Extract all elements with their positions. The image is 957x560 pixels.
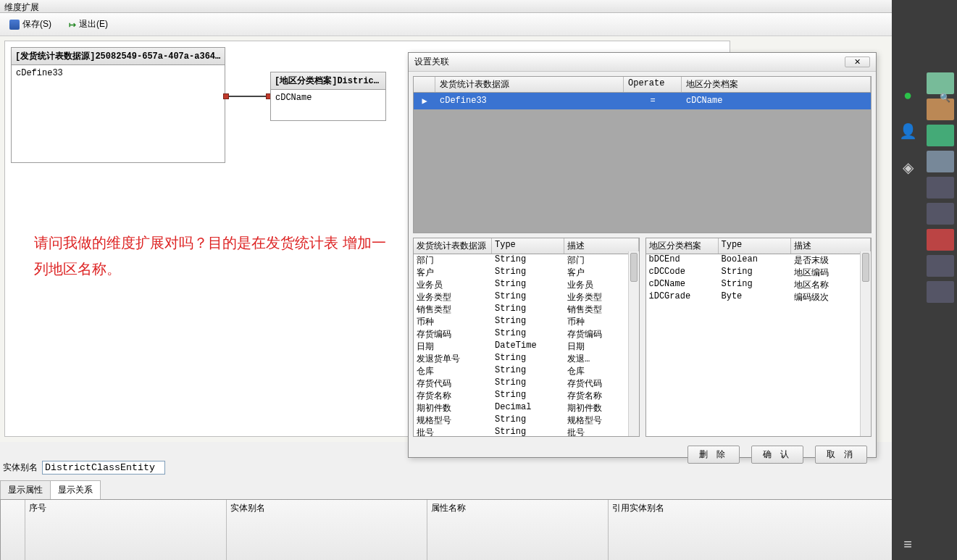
list-item[interactable]: 业务类型String业务类型 (414, 291, 639, 304)
save-button[interactable]: 保存(S) (4, 16, 57, 33)
list-item[interactable]: 仓库String仓库 (414, 365, 639, 377)
connector-line (229, 96, 268, 97)
list-item[interactable]: 规格型号String规格型号 (414, 414, 639, 427)
window-title: 维度扩展 (0, 0, 957, 13)
list-item[interactable]: 部门String部门 (414, 254, 639, 267)
list-item[interactable]: bDCEndBoolean是否末级 (646, 254, 872, 267)
list-item[interactable]: 日期DateTime日期 (414, 340, 639, 353)
list-item[interactable]: 销售类型String销售类型 (414, 304, 639, 316)
relation-grid-header: 发货统计表数据源 Operate 地区分类档案 (414, 77, 871, 93)
close-button[interactable]: ✕ (845, 57, 870, 67)
disk-icon (9, 20, 20, 30)
toolbar: 保存(S) ↦ 退出(E) (0, 13, 957, 36)
dialog-title: 设置关联 (414, 56, 449, 68)
entity-source-field[interactable]: cDefine33 (12, 65, 225, 81)
list-item[interactable]: 业务员String业务员 (414, 279, 639, 291)
thumbnail-strip[interactable] (924, 0, 957, 442)
connector-start[interactable] (223, 93, 229, 99)
list-item[interactable]: 存货代码String存货代码 (414, 377, 639, 390)
relation-dialog: 设置关联 ✕ 发货统计表数据源 Operate 地区分类档案 ▶ cDefine… (408, 52, 877, 442)
left-scrollbar[interactable] (628, 251, 639, 436)
entity-source-title: [发货统计表数据源]25082549-657a-407a-a364-40… (12, 48, 225, 65)
relation-grid-row[interactable]: ▶ cDefine33 = cDCName (414, 93, 871, 109)
exit-icon: ↦ (69, 20, 76, 30)
list-item[interactable]: 客户String客户 (414, 267, 639, 279)
list-item[interactable]: cDCCodeString地区编码 (646, 267, 872, 279)
app-dock: ● 👤 ◈ ≡ 🔍 (892, 0, 957, 442)
relation-grid-empty[interactable] (414, 109, 871, 233)
right-scrollbar[interactable] (860, 251, 871, 436)
cube-icon[interactable]: ◈ (903, 159, 914, 176)
list-item[interactable]: iDCGradeByte编码级次 (646, 291, 872, 304)
dialog-titlebar[interactable]: 设置关联 ✕ (409, 53, 876, 72)
search-icon[interactable]: 🔍 (940, 93, 953, 106)
right-columns-list[interactable]: bDCEndBoolean是否末级cDCCodeString地区编码cDCNam… (646, 254, 872, 437)
entity-source[interactable]: [发货统计表数据源]25082549-657a-407a-a364-40… cD… (11, 47, 225, 163)
list-item[interactable]: 存货编码String存货编码 (414, 328, 639, 340)
entity-district-field[interactable]: cDCName (271, 90, 385, 106)
list-item[interactable]: 期初件数Decimal期初件数 (414, 402, 639, 414)
list-item[interactable]: 批号String批号 (414, 427, 639, 437)
left-columns-list[interactable]: 部门String部门客户String客户业务员String业务员业务类型Stri… (414, 254, 639, 437)
exit-button[interactable]: ↦ 退出(E) (64, 16, 113, 33)
right-columns-panel: 地区分类档案 Type 描述 bDCEndBoolean是否末级cDCCodeS… (645, 238, 872, 437)
entity-district-title: [地区分类档案]Distric… (271, 72, 385, 90)
list-item[interactable]: 发退货单号String发退… (414, 353, 639, 365)
chat-icon[interactable]: ● (903, 87, 912, 104)
list-item[interactable]: 存货名称String存货名称 (414, 390, 639, 402)
contacts-icon[interactable]: 👤 (899, 122, 917, 140)
entity-district[interactable]: [地区分类档案]Distric… cDCName (270, 72, 386, 121)
exit-label: 退出(E) (79, 18, 108, 30)
user-annotation: 请问我做的维度扩展对吗？目的是在发货统计表 增加一列地区名称。 (34, 230, 396, 282)
save-label: 保存(S) (22, 18, 51, 30)
list-item[interactable]: 币种String币种 (414, 316, 639, 328)
list-item[interactable]: cDCNameString地区名称 (646, 279, 872, 291)
left-columns-panel: 发货统计表数据源 Type 描述 部门String部门客户String客户业务员… (413, 238, 640, 437)
